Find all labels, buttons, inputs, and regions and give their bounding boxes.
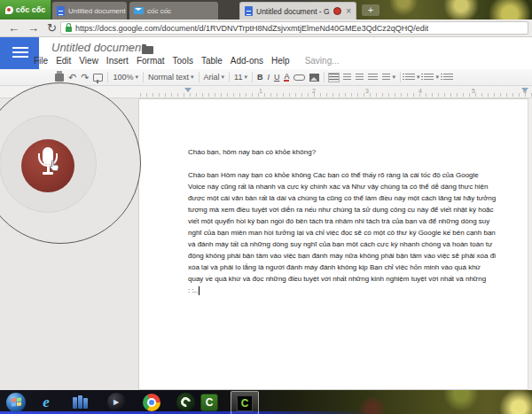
doc-line: nghĩ của bạn miên man hồi tưởng lại và c… xyxy=(188,227,529,238)
bullet-list-icon xyxy=(424,74,434,82)
media-player-button[interactable]: ▶ xyxy=(106,392,127,412)
right-indent-marker[interactable] xyxy=(521,88,528,92)
menu-format[interactable]: Format xyxy=(137,56,165,66)
doc-heading: Chào bạn, hôm nay bạn có khỏe không? xyxy=(188,146,529,158)
windows-taskbar: e ▶ C C xyxy=(0,390,532,414)
menu-edit[interactable]: Edit xyxy=(56,56,71,66)
saving-status: Saving... xyxy=(305,56,340,66)
doc-trailing-line: : :.. xyxy=(188,285,529,296)
line-spacing-icon xyxy=(382,74,390,82)
ruler-number: 3 xyxy=(365,88,369,94)
document-page[interactable]: Chào bạn, hôm nay bạn có khỏe không? Chà… xyxy=(138,98,532,390)
underline-button[interactable]: U xyxy=(274,73,280,82)
menu-table[interactable]: Table xyxy=(201,56,223,66)
indent-button[interactable] xyxy=(443,74,453,82)
tab-title: Untitled document - xyxy=(68,7,127,15)
camtasia-recorder-button[interactable]: C xyxy=(231,391,259,414)
forward-button[interactable]: → xyxy=(27,21,39,35)
browser-navbar: ← → ↻ https://docs.google.com/document/d… xyxy=(0,20,532,37)
numbered-list-icon xyxy=(405,74,415,82)
italic-button[interactable]: I xyxy=(267,73,270,82)
reload-button[interactable]: ↻ xyxy=(47,21,57,35)
coccoc-brand-label: cốc cốc xyxy=(16,5,46,14)
separator xyxy=(199,72,200,82)
file-explorer-button[interactable] xyxy=(70,392,91,412)
doc-line: viết một quyển hồi ký bạn ngồi đó bên tá… xyxy=(188,215,529,227)
print-button[interactable] xyxy=(55,74,64,82)
separator xyxy=(400,72,401,82)
doc-line: xóa lại và phải lo lắng là người đánh má… xyxy=(188,262,529,273)
menu-view[interactable]: View xyxy=(79,56,98,66)
move-to-folder-icon[interactable] xyxy=(142,46,153,54)
star-icon[interactable]: ☆ xyxy=(126,43,135,54)
back-button[interactable]: ← xyxy=(8,21,20,35)
bold-button[interactable]: B xyxy=(257,73,263,82)
align-left-button[interactable] xyxy=(329,74,339,82)
dropdown-arrow-icon: ▾ xyxy=(417,74,420,81)
doc-line: Voice này cũng rất là nhanh và cực kỳ ch… xyxy=(188,181,529,192)
voice-typing-widget xyxy=(0,115,97,213)
docs-file-icon xyxy=(57,6,65,16)
hand-cursor-icon xyxy=(48,159,61,173)
numbered-list-button[interactable]: ▾ xyxy=(405,74,420,82)
image-icon xyxy=(309,74,319,82)
tab-title: cốc cốc xyxy=(147,7,171,15)
insert-image-button[interactable] xyxy=(309,74,319,82)
start-button[interactable] xyxy=(5,392,27,412)
windows-start-icon xyxy=(6,393,26,412)
url-text: https://docs.google.com/document/d/1RVDN… xyxy=(75,24,428,33)
menu-tools[interactable]: Tools xyxy=(173,56,193,66)
doc-line: Chào bạn Hôm nay bạn có khỏe không Các b… xyxy=(188,169,529,181)
align-center-button[interactable] xyxy=(343,74,351,82)
text-color-button[interactable]: A xyxy=(284,73,289,82)
menu-insert[interactable]: Insert xyxy=(106,56,129,66)
separator xyxy=(324,72,325,82)
mic-recording-indicator-icon xyxy=(333,7,341,15)
tab-close-icon[interactable]: × xyxy=(346,6,351,16)
separator xyxy=(143,72,144,82)
internet-explorer-button[interactable]: e xyxy=(35,392,57,412)
tab-untitled-document-background[interactable]: Untitled document - xyxy=(52,2,127,20)
menu-addons[interactable]: Add-ons xyxy=(231,56,263,66)
ruler-number: 2 xyxy=(312,88,316,94)
address-bar[interactable]: https://docs.google.com/document/d/1RVDN… xyxy=(60,21,528,35)
zoom-select[interactable]: 100%▾ xyxy=(113,73,138,82)
coccoc-menu-button[interactable]: cốc cốc xyxy=(0,0,51,20)
docs-logo-icon xyxy=(12,47,28,59)
bullet-list-button[interactable]: ▾ xyxy=(424,74,439,82)
styles-select[interactable]: Normal text▾ xyxy=(148,73,194,82)
camtasia-button[interactable]: C xyxy=(199,392,220,412)
paint-format-button[interactable] xyxy=(93,74,103,82)
font-select[interactable]: Arial▾ xyxy=(204,73,225,82)
menu-help[interactable]: Help xyxy=(271,56,290,66)
font-size-select[interactable]: 11▾ xyxy=(234,73,247,82)
docs-menubar: File Edit View Insert Format Tools Table… xyxy=(34,56,340,66)
media-player-icon: ▶ xyxy=(107,393,126,411)
voice-typing-mic-button[interactable] xyxy=(21,139,74,192)
redo-button[interactable]: ↷ xyxy=(81,73,89,82)
insert-link-button[interactable] xyxy=(293,74,305,81)
coccoc-taskbar-button[interactable] xyxy=(175,392,196,412)
doc-line: và đánh máy tất cả những dòng suy nghĩ c… xyxy=(188,238,529,250)
line-spacing-button[interactable]: ▾ xyxy=(382,74,395,82)
align-right-button[interactable] xyxy=(356,74,364,82)
undo-button[interactable]: ↶ xyxy=(68,73,76,82)
doc-line: quay về quá khứ và đọc những điều tuyệt … xyxy=(188,273,529,285)
libraries-icon xyxy=(73,395,89,409)
text-cursor xyxy=(199,286,200,295)
internet-explorer-icon: e xyxy=(43,394,50,411)
docs-header: Untitled document ☆ File Edit View Inser… xyxy=(0,37,532,69)
separator xyxy=(252,72,253,82)
tab-untitled-document-active[interactable]: Untitled document - G × xyxy=(239,2,356,20)
menu-file[interactable]: File xyxy=(34,56,48,66)
document-text[interactable]: Chào bạn, hôm nay bạn có khỏe không? Chà… xyxy=(188,146,529,296)
dropdown-arrow-icon: ▾ xyxy=(191,74,194,81)
new-tab-button[interactable]: + xyxy=(362,4,379,16)
ruler-number: 4 xyxy=(419,88,422,94)
link-icon xyxy=(293,74,305,81)
chrome-button[interactable] xyxy=(141,392,162,412)
tab-mail-background[interactable]: cốc cốc xyxy=(129,2,218,20)
docs-scrollbar[interactable] xyxy=(528,98,532,390)
align-justify-button[interactable] xyxy=(368,74,378,82)
left-indent-marker[interactable] xyxy=(184,88,192,92)
